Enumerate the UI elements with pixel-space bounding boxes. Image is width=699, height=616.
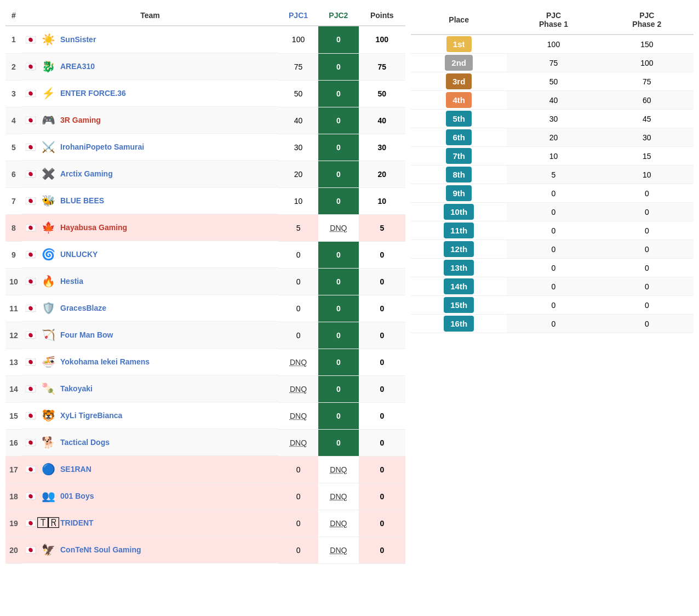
team-cell: 🇯🇵☀️SunSister — [22, 26, 278, 53]
pjc2-cell: 0 — [318, 429, 358, 456]
pjc1-cell: 0 — [278, 510, 318, 537]
team-cell: 🇯🇵🦅ConTeNt Soul Gaming — [22, 537, 278, 563]
team-logo: ✖️ — [39, 165, 57, 182]
team-logo: 🏹 — [39, 326, 57, 344]
points-cell: 5 — [359, 214, 405, 241]
phase1-cell: 50 — [507, 72, 600, 91]
team-cell: 🇯🇵🐝BLUE BEES — [22, 187, 278, 214]
rank-cell: 16 — [5, 429, 22, 456]
team-name: SunSister — [60, 35, 96, 44]
place-cell: 8th — [411, 166, 507, 184]
team-logo: 🐝 — [39, 192, 57, 209]
rank-cell: 13 — [5, 349, 22, 375]
team-logo: 🔵 — [39, 460, 57, 478]
team-cell: 🇯🇵🍜Yokohama Iekei Ramens — [22, 349, 278, 375]
team-cell: 🇯🇵⚔️IrohaniPopeto Samurai — [22, 134, 278, 161]
rank-cell: 1 — [5, 26, 22, 53]
phase2-cell: 30 — [600, 128, 694, 147]
points-cell: 0 — [359, 510, 405, 537]
place-badge: 1st — [446, 36, 472, 52]
col-phase1: PJCPhase 1 — [507, 5, 600, 35]
rank-cell: 8 — [5, 214, 22, 241]
points-cell: 75 — [359, 53, 405, 80]
team-cell: 🇯🇵🅃🅁TRIDENT — [22, 510, 278, 537]
team-logo: 🐉 — [39, 58, 57, 75]
pjc1-cell: 0 — [278, 537, 318, 563]
team-flag: 🇯🇵 — [25, 491, 36, 501]
team-name: GracesBlaze — [60, 304, 106, 312]
team-cell: 🇯🇵🔵SE1RAN — [22, 456, 278, 483]
team-cell: 🇯🇵⚡ENTER FORCE.36 — [22, 80, 278, 107]
points-cell: 0 — [359, 402, 405, 429]
pjc2-cell: 0 — [318, 402, 358, 429]
place-badge: 13th — [444, 260, 474, 276]
team-name: XyLi TigreBianca — [60, 411, 122, 420]
place-cell: 2nd — [411, 54, 507, 72]
place-badge: 10th — [444, 204, 474, 220]
team-name: 3R Gaming — [60, 116, 101, 124]
team-flag: 🇯🇵 — [25, 303, 36, 313]
place-badge: 7th — [446, 148, 472, 164]
team-cell: 🇯🇵🔥Hestia — [22, 268, 278, 295]
pjc1-cell: 0 — [278, 483, 318, 510]
pjc2-cell: 0 — [318, 107, 358, 134]
pjc1-cell: 0 — [278, 268, 318, 295]
rank-cell: 10 — [5, 268, 22, 295]
phase2-cell: 75 — [600, 72, 694, 91]
col-points: Points — [359, 5, 405, 26]
phase2-cell: 0 — [600, 203, 694, 221]
team-logo: 🍡 — [39, 380, 57, 397]
place-badge: 16th — [444, 316, 474, 332]
team-cell: 🇯🇵🐕Tactical Dogs — [22, 429, 278, 456]
phase2-cell: 0 — [600, 277, 694, 296]
points-cell: 40 — [359, 107, 405, 134]
team-name: Four Man Bow — [60, 330, 113, 339]
team-flag: 🇯🇵 — [25, 518, 36, 528]
team-cell: 🇯🇵🌀UNLUCKY — [22, 241, 278, 268]
team-name: AREA310 — [60, 62, 95, 71]
team-cell: 🇯🇵🎮3R Gaming — [22, 107, 278, 134]
pjc1-cell: 50 — [278, 80, 318, 107]
points-cell: 0 — [359, 456, 405, 483]
phase2-cell: 100 — [600, 54, 694, 72]
team-flag: 🇯🇵 — [25, 88, 36, 99]
team-flag: 🇯🇵 — [25, 276, 36, 287]
rank-cell: 19 — [5, 510, 22, 537]
pjc1-cell: 5 — [278, 214, 318, 241]
points-cell: 20 — [359, 161, 405, 187]
col-pjc2: PJC2 — [318, 5, 358, 26]
team-logo: ☀️ — [39, 31, 57, 48]
place-cell: 16th — [411, 315, 507, 333]
place-badge: 5th — [446, 111, 472, 127]
phase1-cell: 10 — [507, 147, 600, 166]
phase1-cell: 0 — [507, 277, 600, 296]
phase1-cell: 0 — [507, 315, 600, 333]
phase1-cell: 30 — [507, 110, 600, 128]
place-cell: 3rd — [411, 72, 507, 91]
pjc1-cell: 30 — [278, 134, 318, 161]
pjc2-cell: 0 — [318, 295, 358, 322]
place-cell: 14th — [411, 277, 507, 296]
pjc1-cell: DNQ — [278, 429, 318, 456]
col-pjc1: PJC1 — [278, 5, 318, 26]
place-cell: 11th — [411, 221, 507, 240]
phase2-cell: 0 — [600, 184, 694, 203]
team-logo: 🦅 — [39, 541, 57, 558]
team-name: ENTER FORCE.36 — [60, 89, 126, 98]
phase1-cell: 0 — [507, 221, 600, 240]
pjc2-cell: DNQ — [318, 510, 358, 537]
pjc1-cell: 0 — [278, 456, 318, 483]
team-flag: 🇯🇵 — [25, 61, 36, 72]
col-place: Place — [411, 5, 507, 35]
phase1-cell: 5 — [507, 166, 600, 184]
pjc2-cell: 0 — [318, 375, 358, 402]
phase1-cell: 0 — [507, 259, 600, 277]
place-badge: 8th — [446, 167, 472, 182]
rank-cell: 17 — [5, 456, 22, 483]
rank-cell: 3 — [5, 80, 22, 107]
points-cell: 0 — [359, 349, 405, 375]
team-flag: 🇯🇵 — [25, 357, 36, 367]
points-table: Place PJCPhase 1 PJCPhase 2 1st1001502nd… — [411, 5, 694, 333]
team-flag: 🇯🇵 — [25, 115, 36, 126]
points-cell: 0 — [359, 322, 405, 349]
